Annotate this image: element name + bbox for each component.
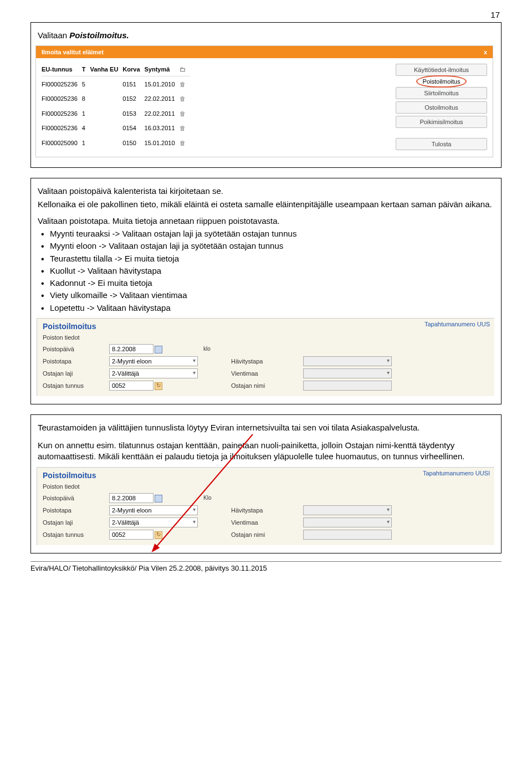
select-ostajan-laji[interactable]: 2-Välittäjä	[109, 368, 198, 378]
input-poistopaiva[interactable]: 8.2.2008	[109, 493, 154, 503]
btn-poistoilmoitus[interactable]: Poistoilmoitus	[416, 75, 467, 88]
label-poistopaiva: Poistopäivä	[43, 346, 104, 352]
label-ostajan-laji: Ostajan laji	[43, 519, 104, 526]
label-vientimaa: Vientimaa	[231, 370, 298, 377]
lookup-arrow-icon[interactable]	[155, 531, 162, 539]
list-item: Teurastettu tilalla -> Ei muita tietoja	[40, 253, 494, 264]
box3-line2: Kun on annettu esim. tilatunnus ostajan …	[38, 440, 494, 463]
section-label: Poiston tiedot	[37, 482, 494, 493]
input-ostajan-tunnus[interactable]: 0052	[109, 530, 154, 540]
list-item: Lopetettu -> Valitaan hävitystapa	[40, 303, 494, 314]
screenshot-form-1: Tapahtumanumero UUS Poistoilmoitus Poist…	[37, 318, 494, 396]
input-ostajan-nimi	[303, 381, 392, 391]
intro-text-1: Valitaan	[38, 30, 69, 40]
close-icon[interactable]: x	[484, 49, 487, 55]
label-ostajan-nimi: Ostajan nimi	[231, 531, 298, 538]
input-ostajan-nimi	[303, 530, 392, 540]
field-tunnus-wrap: 0052	[109, 381, 198, 391]
box2-line1: Valitaan poistopäivä kalenterista tai ki…	[38, 186, 494, 197]
field-poistopaiva-wrap: 8.2.2008	[109, 344, 198, 354]
list-item: Myynti eloon -> Valitaan ostajan laji ja…	[40, 240, 494, 252]
select-poistotapa[interactable]: 2-Myynti eloon	[109, 505, 198, 515]
col-vanha: Vanha EU	[90, 64, 123, 76]
table-row: FI0000252364015416.03.2011🗑	[42, 121, 190, 136]
select-ostajan-laji[interactable]: 2-Välittäjä	[109, 517, 198, 527]
col-eu: EU-tunnus	[42, 64, 82, 76]
list-item: Kadonnut -> Ei muita tietoja	[40, 278, 494, 289]
section-label: Poiston tiedot	[37, 333, 494, 344]
label-ostajan-nimi: Ostajan nimi	[231, 382, 298, 389]
label-klo: Klo	[203, 495, 226, 501]
instruction-box-2: Valitaan poistopäivä kalenterista tai ki…	[30, 178, 502, 404]
table-row: FI0000250901015015.01.2010🗑	[42, 136, 190, 151]
dialog-header: Ilmoita valitut eläimet x	[36, 46, 493, 58]
btn-kayttotiedot[interactable]: Käyttötiedot-ilmoitus	[396, 64, 487, 76]
box2-line3: Valitaan poistotapa. Muita tietoja annet…	[38, 216, 494, 227]
page-number: 17	[490, 10, 500, 19]
label-havitystapa: Hävitystapa	[231, 358, 298, 365]
label-havitystapa: Hävitystapa	[231, 507, 298, 514]
box2-line2: Kellonaika ei ole pakollinen tieto, mikä…	[38, 199, 494, 210]
btn-poikimisilmoitus[interactable]: Poikimisilmoitus	[396, 116, 487, 128]
list-item: Viety ulkomaille -> Valitaan vientimaa	[40, 290, 494, 301]
calendar-icon: 🗀	[180, 64, 190, 76]
event-number: Tapahtumanumero UUS	[424, 321, 490, 327]
btn-tulosta[interactable]: Tulosta	[396, 138, 487, 150]
field-poistopaiva-wrap: 8.2.2008	[109, 493, 198, 503]
btn-siirtoilmoitus[interactable]: Siirtoilmoitus	[396, 87, 487, 99]
label-ostajan-tunnus: Ostajan tunnus	[43, 382, 104, 389]
table-row: FI0000252361015322.02.2011🗑	[42, 106, 190, 121]
label-ostajan-laji: Ostajan laji	[43, 370, 104, 377]
btn-ostoilmoitus[interactable]: Ostoilmoitus	[396, 101, 487, 114]
animal-table: EU-tunnus T Vanha EU Korva Syntymä 🗀 FI0…	[42, 64, 190, 150]
lookup-arrow-icon[interactable]	[155, 382, 162, 390]
calendar-icon[interactable]	[155, 346, 162, 353]
label-ostajan-tunnus: Ostajan tunnus	[43, 531, 104, 538]
btn-poistoilmoitus-wrapper: Poistoilmoitus	[396, 78, 487, 85]
intro-text-2: Poistoilmoitus.	[69, 30, 129, 40]
table-header-row: EU-tunnus T Vanha EU Korva Syntymä 🗀	[42, 64, 190, 76]
col-syntyma: Syntymä	[145, 64, 180, 76]
col-korva: Korva	[122, 64, 144, 76]
label-klo: klo	[203, 346, 226, 352]
field-tunnus-wrap: 0052	[109, 530, 198, 540]
select-havitystapa	[303, 505, 392, 515]
instruction-box-1: Valitaan Poistoilmoitus. Ilmoita valitut…	[30, 22, 502, 168]
screenshot-selected-animals: Ilmoita valitut eläimet x EU-tunnus T Va…	[35, 45, 493, 157]
select-havitystapa	[303, 356, 392, 366]
select-vientimaa	[303, 517, 392, 527]
trash-icon[interactable]: 🗑	[180, 76, 190, 91]
input-ostajan-tunnus[interactable]: 0052	[109, 381, 154, 391]
select-poistotapa[interactable]: 2-Myynti eloon	[109, 356, 198, 366]
col-t: T	[82, 64, 90, 76]
input-poistopaiva[interactable]: 8.2.2008	[109, 344, 154, 354]
table-row: FI0000252368015222.02.2011🗑	[42, 91, 190, 106]
calendar-icon[interactable]	[155, 495, 162, 503]
screenshot-form-2: Tapahtumanumero UUSI Poistoilmoitus Pois…	[37, 467, 494, 545]
instruction-box-3: Teurastamoiden ja välittäjien tunnuslist…	[30, 414, 502, 553]
table-row: FI0000252365015115.01.2010🗑	[42, 76, 190, 91]
bullet-list: Myynti teuraaksi -> Valitaan ostajan laj…	[40, 228, 494, 314]
label-vientimaa: Vientimaa	[231, 519, 298, 526]
select-vientimaa	[303, 368, 392, 378]
list-item: Kuollut -> Valitaan hävitystapa	[40, 265, 494, 276]
action-buttons: Käyttötiedot-ilmoitus Poistoilmoitus Sii…	[396, 64, 487, 150]
list-item: Myynti teuraaksi -> Valitaan ostajan laj…	[40, 228, 494, 239]
trash-icon[interactable]: 🗑	[180, 121, 190, 136]
label-poistopaiva: Poistopäivä	[43, 495, 104, 501]
trash-icon[interactable]: 🗑	[180, 106, 190, 121]
label-poistotapa: Poistotapa	[43, 358, 104, 365]
dialog-title: Ilmoita valitut eläimet	[42, 49, 104, 55]
footer: Evira/HALO/ Tietohallintoyksikkö/ Pia Vi…	[30, 561, 502, 572]
intro-line: Valitaan Poistoilmoitus.	[38, 30, 494, 41]
event-number: Tapahtumanumero UUSI	[423, 470, 490, 476]
trash-icon[interactable]: 🗑	[180, 91, 190, 106]
label-poistotapa: Poistotapa	[43, 507, 104, 514]
box3-line1: Teurastamoiden ja välittäjien tunnuslist…	[38, 422, 494, 433]
trash-icon[interactable]: 🗑	[180, 136, 190, 151]
